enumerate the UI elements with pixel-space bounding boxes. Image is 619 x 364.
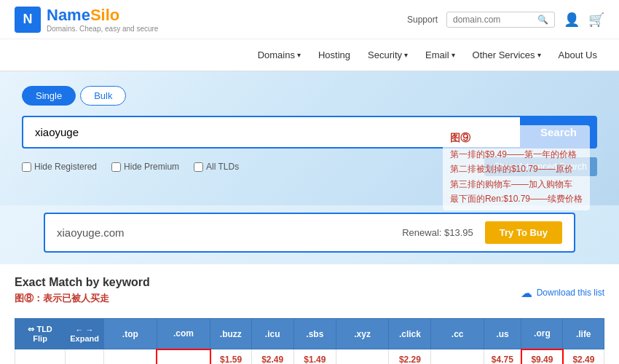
nav-about-us[interactable]: About Us	[551, 39, 604, 71]
chevron-down-icon: ▾	[404, 51, 408, 59]
nav-hosting[interactable]: Hosting	[311, 39, 358, 71]
annotation-line1: 第一排的$9.49——第一年的价格	[450, 147, 583, 162]
th-xyz: .xyz	[336, 319, 388, 349]
download-icon: ☁	[521, 286, 532, 300]
support-label: Support	[407, 15, 438, 25]
single-tab[interactable]: Single	[22, 86, 76, 106]
cell-icu: $2.49 $109.95 🛒 Ren: $10.95	[251, 349, 293, 365]
chevron-down-icon: ▾	[537, 51, 541, 59]
annotation-line2: 第二排被划掉的$10.79——原价	[450, 162, 583, 176]
cell-us: $4.75 $7.99 🛒 Ren: $7.99	[484, 349, 521, 365]
nav-domains[interactable]: Domains ▾	[251, 39, 308, 71]
nav-other-services[interactable]: Other Services ▾	[465, 39, 548, 71]
renewal-price: Renewal: $13.95	[402, 227, 473, 238]
top-right: Support 🔍 👤 🛒	[407, 12, 604, 28]
download-list-button[interactable]: ☁ Download this list	[521, 286, 604, 300]
logo-name: NameSilo	[47, 6, 158, 25]
cell-buzz: $1.59 $27.99 🛒 Ren: $27.99	[210, 349, 251, 365]
domain-table-wrapper: ⇔ TLD Flip ← → Expand .top .com .buzz .i…	[15, 318, 604, 364]
search-icon[interactable]: 🔍	[537, 15, 548, 25]
all-tlds-option[interactable]: All TLDs	[194, 162, 239, 172]
th-cc: .cc	[431, 319, 484, 349]
nav-bar: Domains ▾ Hosting Security ▾ Email ▾ Oth…	[0, 39, 619, 71]
fig9-label: 图⑨	[450, 130, 583, 147]
logo-icon: N	[15, 7, 41, 33]
search-tabs: Single Bulk	[22, 86, 597, 106]
logo: N NameSilo Domains. Cheap, easy and secu…	[15, 6, 158, 33]
top-search-bar[interactable]: 🔍	[446, 12, 555, 28]
user-icon[interactable]: 👤	[564, 12, 580, 28]
table-row: ✕ xiaoyuge Try To Buy Try To Buy $1.59	[15, 349, 604, 365]
cell-top: Try To Buy	[103, 349, 157, 365]
th-org: .org	[521, 319, 563, 349]
domain-try-buy-button[interactable]: Try To Buy	[485, 221, 562, 244]
hide-registered-option[interactable]: Hide Registered	[22, 162, 97, 172]
cell-sbs: $1.49 $109.95 🛒 Ren: $10.95	[293, 349, 336, 365]
th-top: .top	[103, 319, 157, 349]
nav-security[interactable]: Security ▾	[360, 39, 415, 71]
cell-expand	[66, 349, 104, 365]
th-com: .com	[157, 319, 210, 349]
hide-premium-option[interactable]: Hide Premium	[111, 162, 179, 172]
logo-sub: Domains. Cheap, easy and secure	[47, 25, 158, 33]
cell-xyz: Try To Buy	[336, 349, 388, 365]
hero-section: Single Bulk Search Hide Registered Hide …	[0, 71, 619, 205]
cell-life: $2.49 $20.49 🛒 Ren: $28.49	[563, 349, 604, 365]
top-search-input[interactable]	[453, 15, 533, 25]
th-tld-flip: ⇔ TLD Flip	[15, 319, 66, 349]
cell-click: $2.29 $109.99 🛒 Ren: $10.99	[389, 349, 431, 365]
hide-premium-checkbox[interactable]	[111, 162, 121, 172]
section-header: Exact Match by keyword 图⑧：表示已被人买走 ☁ Down…	[15, 276, 604, 309]
th-expand: ← → Expand	[66, 319, 104, 349]
all-tlds-checkbox[interactable]	[194, 162, 203, 172]
domain-table: ⇔ TLD Flip ← → Expand .top .com .buzz .i…	[15, 318, 604, 364]
annotation-line4: 最下面的Ren:$10.79——续费价格	[450, 191, 583, 206]
main-content: Exact Match by keyword 图⑧：表示已被人买走 ☁ Down…	[0, 264, 619, 364]
section-title: Exact Match by keyword	[15, 276, 150, 289]
nav-email[interactable]: Email ▾	[418, 39, 462, 71]
cell-cc: Try To Buy	[431, 349, 484, 365]
domain-result-bar: xiaoyuge.com Renewal: $13.95 Try To Buy	[44, 213, 575, 253]
th-sbs: .sbs	[293, 319, 336, 349]
th-us: .us	[484, 319, 521, 349]
bulk-tab[interactable]: Bulk	[80, 86, 126, 106]
chevron-down-icon: ▾	[297, 51, 301, 59]
annotation-line3: 第三排的购物车——加入购物车	[450, 177, 583, 191]
fig8-annotation: 图⑧：表示已被人买走	[15, 292, 150, 305]
th-life: .life	[563, 319, 604, 349]
cell-com: Try To Buy	[157, 349, 210, 365]
cart-icon[interactable]: 🛒	[588, 12, 604, 28]
logo-text: NameSilo Domains. Cheap, easy and secure	[47, 6, 158, 33]
chevron-down-icon: ▾	[452, 51, 455, 59]
th-buzz: .buzz	[210, 319, 251, 349]
th-icu: .icu	[251, 319, 293, 349]
top-bar: N NameSilo Domains. Cheap, easy and secu…	[0, 0, 619, 39]
domain-result-section: xiaoyuge.com Renewal: $13.95 Try To Buy	[0, 205, 619, 264]
th-click: .click	[389, 319, 431, 349]
result-domain-name: xiaoyuge.com	[57, 226, 390, 239]
hide-registered-checkbox[interactable]	[22, 162, 31, 172]
row-status: ✕ xiaoyuge	[15, 349, 66, 365]
cell-org: $9.49 $10.79 🛒 Ren: $10.79	[521, 349, 563, 365]
